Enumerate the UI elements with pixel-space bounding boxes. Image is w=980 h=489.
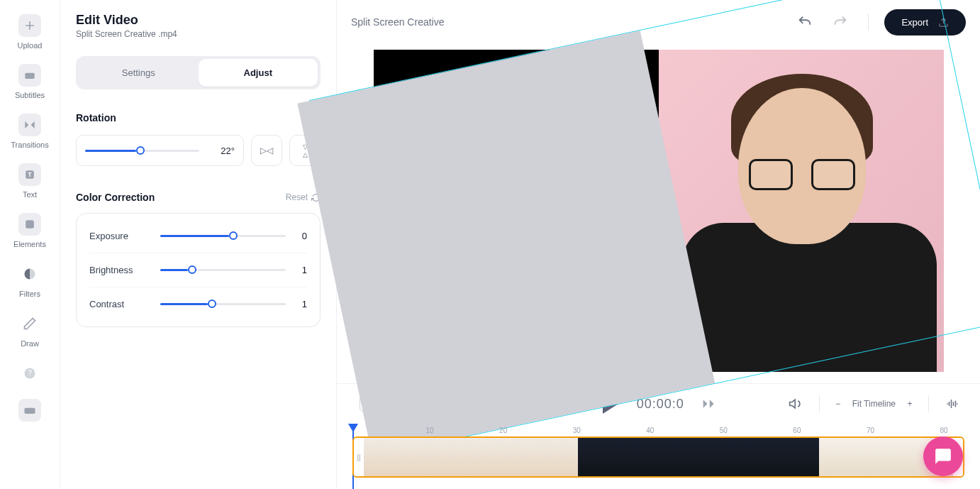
reset-button[interactable]: Reset bbox=[286, 192, 321, 202]
brightness-row: Brightness 1 bbox=[89, 253, 307, 287]
cc-icon bbox=[18, 64, 41, 87]
nav-label: Transitions bbox=[11, 141, 48, 149]
contrast-row: Contrast 1 bbox=[89, 287, 307, 321]
exposure-slider[interactable] bbox=[160, 235, 286, 237]
volume-button[interactable] bbox=[784, 392, 808, 416]
divider bbox=[928, 395, 929, 412]
nav-label: Filters bbox=[19, 290, 40, 298]
timeline[interactable]: 10 20 30 40 50 60 70 80 || || bbox=[337, 424, 980, 489]
nav-help[interactable]: ? bbox=[16, 359, 44, 388]
nav-transitions[interactable]: Transitions bbox=[8, 111, 51, 152]
flip-v-icon2: △ bbox=[303, 151, 308, 158]
cc-label: Exposure bbox=[89, 231, 153, 241]
reset-label: Reset bbox=[286, 192, 308, 202]
clip-handle-left[interactable]: || bbox=[354, 438, 364, 476]
nav-label: Subtitles bbox=[15, 91, 45, 99]
rotation-slider[interactable]: 22° bbox=[76, 135, 244, 166]
nav-keyboard[interactable] bbox=[16, 396, 44, 424]
video-canvas[interactable] bbox=[374, 50, 944, 372]
elements-icon bbox=[18, 213, 41, 236]
chat-icon bbox=[934, 447, 952, 466]
nav-draw[interactable]: Draw bbox=[16, 309, 44, 351]
video-left-pane bbox=[297, 31, 715, 456]
contrast-slider[interactable] bbox=[160, 303, 286, 305]
cc-title: Color Correction bbox=[76, 192, 155, 203]
volume-icon bbox=[789, 397, 803, 411]
panel-subtitle: Split Screen Creative .mp4 bbox=[76, 29, 321, 39]
cc-label: Contrast bbox=[89, 299, 153, 309]
nav-subtitles[interactable]: Subtitles bbox=[12, 61, 48, 102]
nav-label: Elements bbox=[13, 240, 46, 248]
exposure-row: Exposure 0 bbox=[89, 219, 307, 253]
cc-value: 1 bbox=[293, 265, 307, 275]
svg-text:?: ? bbox=[28, 369, 32, 377]
zoom-in-button[interactable]: + bbox=[903, 397, 917, 411]
flip-horizontal-button[interactable]: ▷◁ bbox=[251, 135, 282, 166]
tab-adjust[interactable]: Adjust bbox=[199, 59, 318, 87]
skip-forward-icon bbox=[702, 397, 716, 411]
plus-icon bbox=[18, 14, 41, 37]
cc-value: 0 bbox=[293, 231, 307, 241]
flip-h-icon: ▷◁ bbox=[260, 145, 273, 155]
video-track[interactable]: || || bbox=[352, 436, 964, 478]
nav-label: Draw bbox=[21, 339, 39, 348]
rotation-value: 22° bbox=[206, 145, 235, 156]
zoom-out-button[interactable]: − bbox=[831, 397, 845, 411]
text-icon: T bbox=[18, 163, 41, 186]
svg-rect-3 bbox=[26, 220, 34, 229]
waveform-button[interactable] bbox=[940, 392, 964, 416]
keyboard-icon bbox=[18, 399, 41, 422]
nav-text[interactable]: T Text bbox=[16, 160, 44, 202]
nav-upload[interactable]: Upload bbox=[15, 11, 45, 53]
filters-icon bbox=[18, 263, 41, 285]
chat-fab[interactable] bbox=[923, 436, 963, 476]
svg-rect-0 bbox=[25, 73, 34, 79]
cc-label: Brightness bbox=[89, 265, 153, 275]
draw-icon bbox=[18, 312, 41, 335]
brightness-slider[interactable] bbox=[160, 269, 286, 271]
svg-text:T: T bbox=[28, 171, 31, 178]
cc-value: 1 bbox=[293, 299, 307, 309]
svg-rect-7 bbox=[25, 408, 35, 414]
help-icon: ? bbox=[18, 362, 41, 385]
divider bbox=[819, 395, 820, 412]
clip-thumbnails bbox=[364, 438, 953, 476]
rotation-title: Rotation bbox=[76, 112, 321, 123]
nav-elements[interactable]: Elements bbox=[11, 210, 49, 251]
fit-timeline-label[interactable]: Fit Timeline bbox=[852, 399, 896, 409]
tab-settings[interactable]: Settings bbox=[79, 59, 199, 87]
nav-filters[interactable]: Filters bbox=[16, 260, 44, 301]
waveform-icon bbox=[946, 397, 959, 410]
panel-title: Edit Video bbox=[76, 13, 321, 28]
ruler: 10 20 30 40 50 60 70 80 bbox=[352, 424, 964, 436]
transition-icon bbox=[18, 114, 41, 136]
skip-forward-button[interactable] bbox=[697, 392, 721, 416]
nav-label: Text bbox=[23, 190, 37, 199]
nav-label: Upload bbox=[18, 41, 43, 50]
